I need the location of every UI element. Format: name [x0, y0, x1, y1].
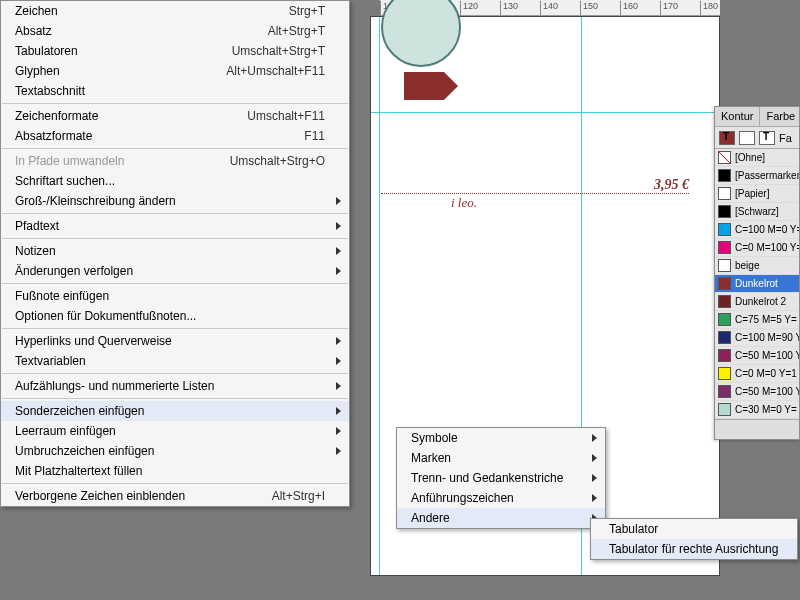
- badge-shape[interactable]: [381, 0, 461, 67]
- swatch-row-8[interactable]: Dunkelrot 2: [715, 293, 799, 311]
- swatch-name: C=75 M=5 Y=: [735, 314, 797, 325]
- menu-shortcut: Umschalt+F11: [247, 109, 325, 123]
- text-fill-icon[interactable]: [719, 131, 735, 145]
- ribbon-shape[interactable]: [404, 72, 444, 100]
- body-fragment: i leo.: [451, 195, 477, 211]
- menu-item-label: Tabulator: [609, 522, 658, 536]
- swap-fill-icon[interactable]: [739, 131, 755, 145]
- submenu-arrow-icon: [592, 474, 597, 482]
- type-menu-item-16[interactable]: Änderungen verfolgen: [1, 261, 349, 281]
- type-menu-item-9: In Pfade umwandelnUmschalt+Strg+O: [1, 151, 349, 171]
- swatch-row-14[interactable]: C=30 M=0 Y=: [715, 401, 799, 419]
- menu-shortcut: Alt+Umschalt+F11: [226, 64, 325, 78]
- swatch-chip: [718, 205, 731, 218]
- type-menu-item-24[interactable]: Aufzählungs- und nummerierte Listen: [1, 376, 349, 396]
- swatch-list: [Ohne][Passermarken][Papier][Schwarz]C=1…: [715, 149, 799, 419]
- menu-item-label: Zeichen: [15, 4, 58, 18]
- menu-item-label: Leerraum einfügen: [15, 424, 116, 438]
- menu-item-label: Marken: [411, 451, 451, 465]
- swatch-row-4[interactable]: C=100 M=0 Y=: [715, 221, 799, 239]
- special-chars-item-1[interactable]: Marken: [397, 448, 605, 468]
- type-menu-item-18[interactable]: Fußnote einfügen: [1, 286, 349, 306]
- swatch-chip: [718, 367, 731, 380]
- submenu-arrow-icon: [592, 454, 597, 462]
- type-menu-item-31[interactable]: Verborgene Zeichen einblendenAlt+Strg+I: [1, 486, 349, 506]
- type-menu-item-10[interactable]: Schriftart suchen...: [1, 171, 349, 191]
- swatch-chip: [718, 295, 731, 308]
- swatch-row-6[interactable]: beige: [715, 257, 799, 275]
- special-chars-item-2[interactable]: Trenn- und Gedankenstriche: [397, 468, 605, 488]
- submenu-arrow-icon: [336, 447, 341, 455]
- submenu-arrow-icon: [336, 407, 341, 415]
- swatch-chip: [718, 403, 731, 416]
- type-menu-item-22[interactable]: Textvariablen: [1, 351, 349, 371]
- swatch-row-2[interactable]: [Papier]: [715, 185, 799, 203]
- swatch-chip: [718, 331, 731, 344]
- swatch-row-11[interactable]: C=50 M=100 Y: [715, 347, 799, 365]
- type-menu-item-13[interactable]: Pfadtext: [1, 216, 349, 236]
- panel-footer: [715, 419, 799, 439]
- swatch-row-3[interactable]: [Schwarz]: [715, 203, 799, 221]
- menu-item-label: Trenn- und Gedankenstriche: [411, 471, 563, 485]
- other-item-1[interactable]: Tabulator für rechte Ausrichtung: [591, 539, 797, 559]
- type-menu-item-19[interactable]: Optionen für Dokumentfußnoten...: [1, 306, 349, 326]
- swatch-name: [Papier]: [735, 188, 769, 199]
- type-menu-item-21[interactable]: Hyperlinks und Querverweise: [1, 331, 349, 351]
- type-menu-item-29[interactable]: Mit Platzhaltertext füllen: [1, 461, 349, 481]
- swatch-row-9[interactable]: C=75 M=5 Y=: [715, 311, 799, 329]
- swatch-name: C=100 M=90 Y: [735, 332, 799, 343]
- type-menu-item-15[interactable]: Notizen: [1, 241, 349, 261]
- tab-farbe[interactable]: Farbe: [760, 107, 800, 126]
- swatch-row-5[interactable]: C=0 M=100 Y=: [715, 239, 799, 257]
- swatch-row-10[interactable]: C=100 M=90 Y: [715, 329, 799, 347]
- type-menu-item-26[interactable]: Sonderzeichen einfügen: [1, 401, 349, 421]
- swatch-row-12[interactable]: C=0 M=0 Y=1: [715, 365, 799, 383]
- menu-item-label: Hyperlinks und Querverweise: [15, 334, 172, 348]
- panel-toolbar: Fa: [715, 127, 799, 149]
- menu-item-label: Sonderzeichen einfügen: [15, 404, 144, 418]
- swatch-row-13[interactable]: C=50 M=100 Y: [715, 383, 799, 401]
- text-stroke-icon[interactable]: [759, 131, 775, 145]
- swatch-name: [Ohne]: [735, 152, 765, 163]
- swatch-row-7[interactable]: Dunkelrot: [715, 275, 799, 293]
- type-menu-item-28[interactable]: Umbruchzeichen einfügen: [1, 441, 349, 461]
- type-menu-item-3[interactable]: GlyphenAlt+Umschalt+F11: [1, 61, 349, 81]
- type-menu-item-7[interactable]: AbsatzformateF11: [1, 126, 349, 146]
- special-chars-item-0[interactable]: Symbole: [397, 428, 605, 448]
- fa-label: Fa: [779, 132, 792, 144]
- tab-kontur[interactable]: Kontur: [715, 107, 760, 126]
- submenu-arrow-icon: [336, 267, 341, 275]
- swatch-chip: [718, 349, 731, 362]
- menu-shortcut: Umschalt+Strg+T: [232, 44, 325, 58]
- special-chars-item-4[interactable]: Andere: [397, 508, 605, 528]
- type-menu-item-1[interactable]: AbsatzAlt+Strg+T: [1, 21, 349, 41]
- swatch-chip: [718, 151, 731, 164]
- submenu-arrow-icon: [336, 357, 341, 365]
- type-menu-item-27[interactable]: Leerraum einfügen: [1, 421, 349, 441]
- type-menu-item-11[interactable]: Groß-/Kleinschreibung ändern: [1, 191, 349, 211]
- swatch-name: Dunkelrot 2: [735, 296, 786, 307]
- menu-shortcut: Alt+Strg+I: [272, 489, 325, 503]
- menu-item-label: Glyphen: [15, 64, 60, 78]
- special-chars-submenu: SymboleMarkenTrenn- und GedankenstricheA…: [396, 427, 606, 529]
- swatch-name: C=0 M=0 Y=1: [735, 368, 797, 379]
- swatch-chip: [718, 187, 731, 200]
- price-text[interactable]: 3,95 €: [381, 177, 689, 194]
- type-menu-item-4[interactable]: Textabschnitt: [1, 81, 349, 101]
- special-chars-item-3[interactable]: Anführungszeichen: [397, 488, 605, 508]
- type-menu: ZeichenStrg+TAbsatzAlt+Strg+TTabulatoren…: [0, 0, 350, 507]
- submenu-arrow-icon: [336, 197, 341, 205]
- other-item-0[interactable]: Tabulator: [591, 519, 797, 539]
- menu-item-label: Symbole: [411, 431, 458, 445]
- type-menu-item-2[interactable]: TabulatorenUmschalt+Strg+T: [1, 41, 349, 61]
- submenu-arrow-icon: [336, 222, 341, 230]
- type-menu-item-0[interactable]: ZeichenStrg+T: [1, 1, 349, 21]
- swatch-name: C=30 M=0 Y=: [735, 404, 797, 415]
- menu-shortcut: Umschalt+Strg+O: [230, 154, 325, 168]
- swatch-row-0[interactable]: [Ohne]: [715, 149, 799, 167]
- swatch-row-1[interactable]: [Passermarken]: [715, 167, 799, 185]
- menu-item-label: Änderungen verfolgen: [15, 264, 133, 278]
- submenu-arrow-icon: [592, 434, 597, 442]
- swatch-chip: [718, 241, 731, 254]
- type-menu-item-6[interactable]: ZeichenformateUmschalt+F11: [1, 106, 349, 126]
